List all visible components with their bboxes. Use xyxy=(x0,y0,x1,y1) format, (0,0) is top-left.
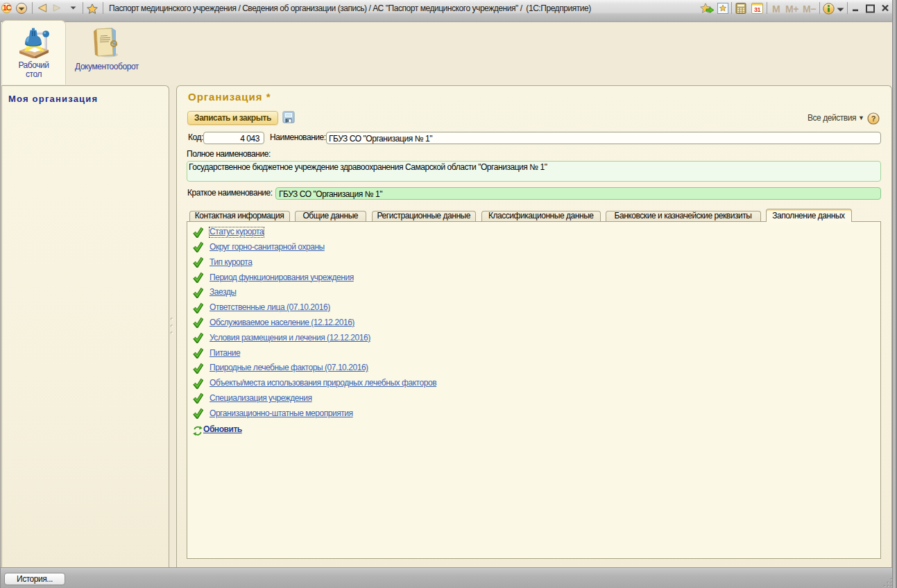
svg-text:31: 31 xyxy=(754,6,761,13)
svg-text:?: ? xyxy=(871,114,876,123)
svg-text:1C: 1C xyxy=(3,3,12,12)
